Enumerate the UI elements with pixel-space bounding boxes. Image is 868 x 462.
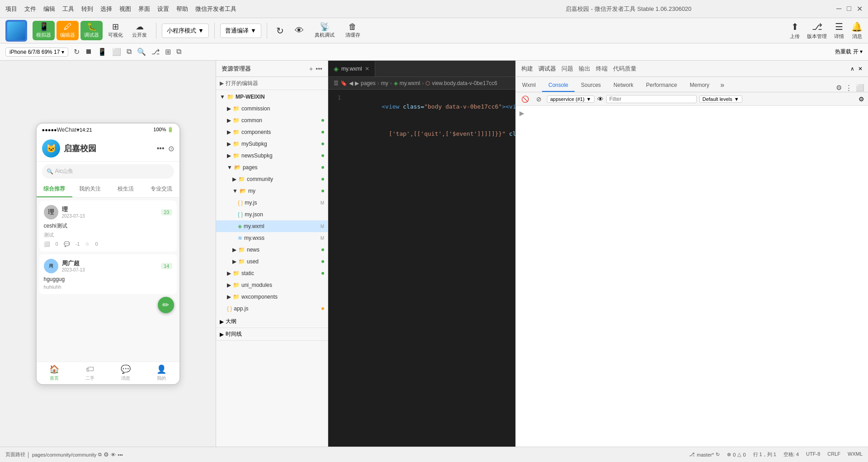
debugger-title-btn[interactable]: 调试器 <box>538 65 556 73</box>
tablet-icon[interactable]: ⬜ <box>112 48 121 56</box>
compile-dropdown[interactable]: 普通编译 ▼ <box>220 24 261 38</box>
menu-project[interactable]: 项目 <box>5 5 17 13</box>
share-icon[interactable]: ⬜ <box>44 241 50 247</box>
code-quality-btn[interactable]: 代码质量 <box>613 65 637 73</box>
search-icon[interactable]: 🔍 <box>137 48 146 56</box>
tab-more[interactable]: » <box>716 78 729 92</box>
levels-select[interactable]: Default levels ▼ <box>699 95 742 103</box>
folder-components[interactable]: ▶ 📁 components <box>216 126 328 138</box>
console-pause-icon[interactable]: ⊘ <box>534 95 543 104</box>
tab-sources[interactable]: Sources <box>575 79 607 92</box>
debugger-button[interactable]: 🐛 调试器 <box>80 21 103 40</box>
layout-icon[interactable]: ⬜ <box>856 84 864 92</box>
editor-button[interactable]: 🖊 编辑器 <box>57 21 79 40</box>
hot-reload-label[interactable]: 热重载 开 ▾ <box>835 48 863 56</box>
tab-recommended[interactable]: 综合推荐 <box>37 181 72 197</box>
file-my-json[interactable]: { } my.json <box>216 209 328 220</box>
cloud-button[interactable]: ☁ 云开发 <box>128 21 151 40</box>
copy-path-icon[interactable]: ⧉ <box>98 452 102 457</box>
opened-editors-header[interactable]: ▶ 打开的编辑器 <box>216 77 328 90</box>
rotate-icon[interactable]: ↻ <box>74 48 80 56</box>
nav-profile[interactable]: 👤 我的 <box>144 362 179 384</box>
tab-following[interactable]: 我的关注 <box>72 181 108 197</box>
folder-community[interactable]: ▶ 📁 community <box>216 173 328 185</box>
comment-icon-1[interactable]: 💬 <box>64 241 70 247</box>
real-debug-button[interactable]: 📡 真机调试 <box>311 21 338 40</box>
tab-wxml[interactable]: Wxml <box>516 79 542 92</box>
tab-campus-life[interactable]: 校生活 <box>108 181 144 197</box>
version-button[interactable]: ⎇ 版本管理 <box>807 21 827 40</box>
tab-close-button[interactable]: ✕ <box>365 66 369 72</box>
appservice-select[interactable]: appservice (#1) ▼ <box>547 95 594 103</box>
menu-edit[interactable]: 编辑 <box>43 5 55 13</box>
folder-static[interactable]: ▶ 📁 static <box>216 267 328 279</box>
split-icon[interactable]: ⧉ <box>176 48 181 56</box>
folder-mysubpkg[interactable]: ▶ 📁 mySubpkg <box>216 138 328 150</box>
maximize-button[interactable]: □ <box>847 5 851 13</box>
tab-performance[interactable]: Performance <box>640 79 684 92</box>
menu-settings[interactable]: 设置 <box>157 5 169 13</box>
git-refresh-icon[interactable]: ↻ <box>716 452 720 457</box>
path-more-icon[interactable]: ••• <box>118 452 123 457</box>
upload-button[interactable]: ⬆ 上传 <box>790 21 800 40</box>
scan-icon[interactable]: ⊙ <box>168 144 174 153</box>
detail-button[interactable]: ☰ 详情 <box>834 21 844 40</box>
branch-icon[interactable]: ⎇ <box>151 48 160 56</box>
visible-button[interactable]: ⊞ 可视化 <box>104 21 127 40</box>
editor-body[interactable]: 1 <view class="body data-v-0be17cc6"><vi… <box>328 90 515 447</box>
menu-tools[interactable]: 工具 <box>62 5 74 13</box>
terminal-btn[interactable]: 终端 <box>596 65 608 73</box>
nav-messages[interactable]: 💬 消息 <box>108 362 144 384</box>
menu-help[interactable]: 帮助 <box>176 5 188 13</box>
menu-wechat-devtool[interactable]: 微信开发者工具 <box>195 5 236 13</box>
menu-view[interactable]: 视图 <box>119 5 131 13</box>
device-selector[interactable]: iPhone 6/7/8 69% 17 ▾ <box>5 48 68 57</box>
breadcrumb-back-icon[interactable]: ◀ <box>349 80 353 86</box>
preview-button[interactable]: 👁 <box>291 24 307 38</box>
clear-cache-button[interactable]: 🗑 清缓存 <box>342 21 364 40</box>
folder-used[interactable]: ▶ 📁 used <box>216 256 328 267</box>
menu-interface[interactable]: 界面 <box>138 5 150 13</box>
message-button[interactable]: 🔔 消息 <box>851 21 863 40</box>
nav-home[interactable]: 🏠 首页 <box>37 362 72 384</box>
filter-input[interactable] <box>606 95 697 103</box>
console-settings-icon[interactable]: ⚙ <box>859 95 864 103</box>
console-arrow[interactable]: ▶ <box>519 110 524 117</box>
file-my-wxml[interactable]: ◈ my.wxml M <box>216 220 328 232</box>
stop-icon[interactable]: ⏹ <box>85 48 92 56</box>
path-eye-icon[interactable]: 👁 <box>111 452 116 457</box>
folder-commission[interactable]: ▶ 📁 commission <box>216 103 328 114</box>
folder-pages[interactable]: ▼ 📂 pages <box>216 162 328 173</box>
outline-section[interactable]: ▶ 大纲 <box>216 315 328 328</box>
file-my-js[interactable]: { } my.js M <box>216 197 328 209</box>
tab-professional[interactable]: 专业交流 <box>144 181 179 197</box>
new-file-icon[interactable]: + <box>309 65 313 72</box>
menu-file[interactable]: 文件 <box>24 5 36 13</box>
folder-my[interactable]: ▼ 📂 my <box>216 185 328 197</box>
timeline-section[interactable]: ▶ 时间线 <box>216 328 328 341</box>
path-settings-icon[interactable]: ⚙ <box>104 451 109 458</box>
editor-tab-my-wxml[interactable]: ◈ my.wxml ✕ <box>328 61 375 76</box>
fab-button[interactable]: ✏ <box>158 297 174 313</box>
breadcrumb-forward-icon[interactable]: ▶ <box>355 80 359 86</box>
phone-search[interactable]: 🔍 Aic山鱼 <box>42 164 174 179</box>
refresh-button[interactable]: ↻ <box>273 24 288 38</box>
build-btn[interactable]: 构建 <box>521 65 533 73</box>
folder-news[interactable]: ▶ 📁 news <box>216 244 328 256</box>
star-icon-1[interactable]: ☆ <box>85 241 90 247</box>
nav-secondhand[interactable]: 🏷 二手 <box>72 362 108 384</box>
minimize-button[interactable]: ─ <box>836 5 841 13</box>
simulator-button[interactable]: 📱 模拟器 <box>33 21 55 40</box>
tab-console[interactable]: Console <box>542 79 575 92</box>
tab-memory[interactable]: Memory <box>684 79 716 92</box>
folder-newssubpkg[interactable]: ▶ 📁 newsSubpkg <box>216 150 328 162</box>
output-btn[interactable]: 输出 <box>579 65 590 73</box>
settings-icon[interactable]: ⚙ <box>836 84 842 92</box>
folder-uni-modules[interactable]: ▶ 📁 uni_modules <box>216 279 328 291</box>
devtools-collapse-icon[interactable]: ∧ <box>850 66 854 72</box>
issues-btn[interactable]: 问题 <box>561 65 573 73</box>
more-options-icon[interactable]: ••• <box>316 65 322 72</box>
grid-icon[interactable]: ⊞ <box>165 48 171 56</box>
copy-icon[interactable]: ⧉ <box>127 48 132 56</box>
more-vert-icon[interactable]: ⋮ <box>845 84 852 92</box>
